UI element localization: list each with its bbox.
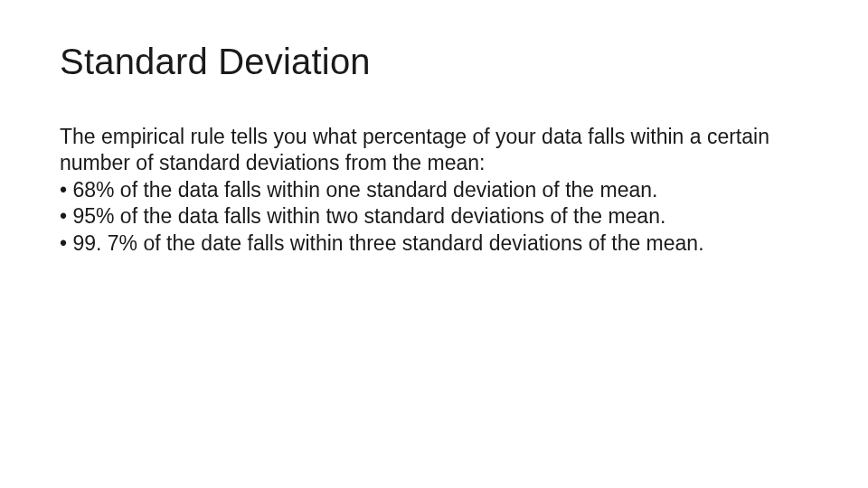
bullet-item: • 95% of the data falls within two stand…: [60, 203, 808, 230]
bullet-item: • 68% of the data falls within one stand…: [60, 177, 808, 203]
page-title: Standard Deviation: [60, 42, 808, 82]
bullet-item: • 99. 7% of the date falls within three …: [60, 230, 808, 257]
intro-text: The empirical rule tells you what percen…: [60, 124, 808, 177]
slide-container: Standard Deviation The empirical rule te…: [0, 0, 868, 488]
body-content: The empirical rule tells you what percen…: [60, 124, 808, 257]
